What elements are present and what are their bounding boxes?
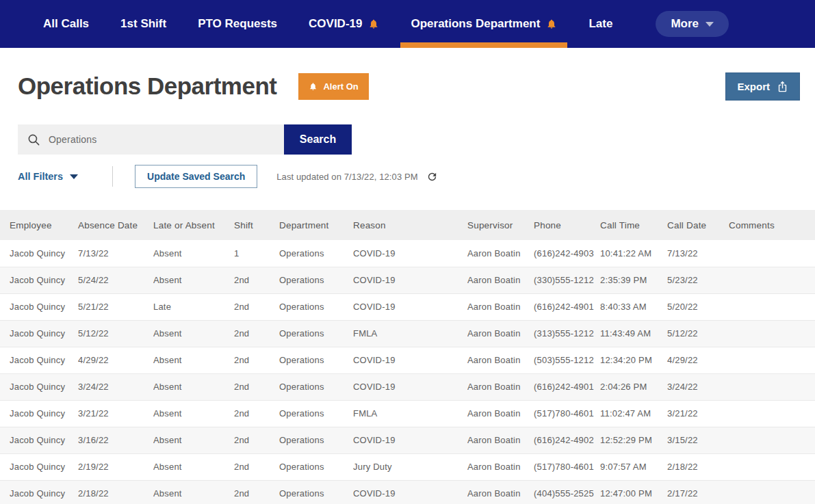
search-bar: Search <box>18 124 352 155</box>
update-saved-search-button[interactable]: Update Saved Search <box>135 165 257 188</box>
table-cell: Operations <box>279 320 353 347</box>
table-cell: Late <box>153 293 234 320</box>
absence-table: Employee Absence Date Late or Absent Shi… <box>0 210 815 504</box>
table-cell: 3/24/22 <box>78 373 153 400</box>
search-button[interactable]: Search <box>284 124 352 155</box>
table-cell: 2/17/22 <box>667 480 729 504</box>
column-header-late-or-absent: Late or Absent <box>153 210 234 240</box>
upload-icon <box>777 81 788 92</box>
table-cell: Aaron Boatin <box>467 320 534 347</box>
table-cell: 2nd <box>234 320 279 347</box>
all-filters-dropdown[interactable]: All Filters <box>18 171 78 182</box>
table-cell: Operations <box>279 400 353 427</box>
table-row: Jacob Quincy2/18/22Absent2ndOperationsCO… <box>0 480 815 504</box>
tab-1st-shift[interactable]: 1st Shift <box>110 0 177 48</box>
table-cell: 5/21/22 <box>78 293 153 320</box>
table-cell: 8:40:33 AM <box>600 293 667 320</box>
table-row: Jacob Quincy5/12/22Absent2ndOperationsFM… <box>0 320 815 347</box>
table-cell: (313)555-1212 <box>534 320 600 347</box>
table-cell: 2nd <box>234 400 279 427</box>
table-cell: 12:34:20 PM <box>600 347 667 373</box>
table-cell: Jacob Quincy <box>0 293 78 320</box>
table-cell: Aaron Boatin <box>467 293 534 320</box>
main-content: Operations Department Alert On Export Se… <box>0 70 815 504</box>
title-row: Operations Department Alert On Export <box>0 70 815 103</box>
table-cell: Operations <box>279 240 353 267</box>
table-cell: 2/18/22 <box>667 453 729 480</box>
table-row: Jacob Quincy3/24/22Absent2ndOperationsCO… <box>0 373 815 400</box>
table-cell: (517)780-4601 <box>534 400 600 427</box>
table-cell: Absent <box>153 480 234 504</box>
table-cell: 1 <box>234 240 279 267</box>
table-cell: 5/12/22 <box>667 320 729 347</box>
table-cell: 5/24/22 <box>78 267 153 293</box>
page-title: Operations Department <box>18 72 276 100</box>
table-cell: Absent <box>153 400 234 427</box>
table-cell: COVID-19 <box>353 240 467 267</box>
table-cell: 3/21/22 <box>78 400 153 427</box>
table-cell: 10:41:22 AM <box>600 240 667 267</box>
export-button[interactable]: Export <box>725 72 800 101</box>
table-cell <box>729 373 815 400</box>
table-cell: Jacob Quincy <box>0 480 78 504</box>
table-cell: 7/13/22 <box>667 240 729 267</box>
table-header: Employee Absence Date Late or Absent Shi… <box>0 210 815 240</box>
table-cell: Aaron Boatin <box>467 347 534 373</box>
table-cell: Jacob Quincy <box>0 453 78 480</box>
bell-icon <box>546 18 557 29</box>
table-cell <box>729 400 815 427</box>
vertical-divider <box>112 166 113 187</box>
table-cell <box>729 267 815 293</box>
table-cell: COVID-19 <box>353 427 467 453</box>
table-row: Jacob Quincy3/16/22Absent2ndOperationsCO… <box>0 427 815 453</box>
table-cell: Operations <box>279 453 353 480</box>
table-cell <box>729 427 815 453</box>
tab-operations-department[interactable]: Operations Department <box>400 0 567 48</box>
table-cell: (616)242-4901 <box>534 373 600 400</box>
table-cell: COVID-19 <box>353 293 467 320</box>
table-cell: 2/19/22 <box>78 453 153 480</box>
table-row: Jacob Quincy2/19/22Absent2ndOperationsJu… <box>0 453 815 480</box>
search-input[interactable] <box>49 134 274 145</box>
table-cell: 4/29/22 <box>78 347 153 373</box>
table-cell: Absent <box>153 267 234 293</box>
tab-late[interactable]: Late <box>578 0 623 48</box>
alert-on-badge[interactable]: Alert On <box>298 73 368 100</box>
table-cell <box>729 453 815 480</box>
table-cell: (503)555-1212 <box>534 347 600 373</box>
table-cell: (616)242-4903 <box>534 240 600 267</box>
table-cell: 3/16/22 <box>78 427 153 453</box>
refresh-icon[interactable] <box>426 171 438 183</box>
tab-label: PTO Requests <box>198 17 277 31</box>
search-input-wrap <box>18 124 284 155</box>
tab-label: COVID-19 <box>309 17 362 31</box>
tab-all-calls[interactable]: All Calls <box>33 0 99 48</box>
table-cell: 11:02:47 AM <box>600 400 667 427</box>
table-cell: 5/20/22 <box>667 293 729 320</box>
more-button[interactable]: More <box>656 11 729 37</box>
column-header-supervisor: Supervisor <box>467 210 534 240</box>
column-header-employee: Employee <box>0 210 78 240</box>
table-row: Jacob Quincy4/29/22Absent2ndOperationsCO… <box>0 347 815 373</box>
tab-label: 1st Shift <box>120 17 166 31</box>
chevron-down-icon <box>70 174 78 179</box>
table-cell: Absent <box>153 240 234 267</box>
table-cell: Aaron Boatin <box>467 373 534 400</box>
column-header-reason: Reason <box>353 210 467 240</box>
table-cell: Jacob Quincy <box>0 267 78 293</box>
tab-pto-requests[interactable]: PTO Requests <box>187 0 287 48</box>
table-cell: Absent <box>153 453 234 480</box>
search-icon <box>27 133 40 146</box>
table-cell: 9:07:57 AM <box>600 453 667 480</box>
table-cell: Jacob Quincy <box>0 400 78 427</box>
table-cell: COVID-19 <box>353 373 467 400</box>
column-header-shift: Shift <box>234 210 279 240</box>
column-header-department: Department <box>279 210 353 240</box>
top-nav: All Calls 1st Shift PTO Requests COVID-1… <box>0 0 815 48</box>
table-cell: COVID-19 <box>353 480 467 504</box>
tab-covid-19[interactable]: COVID-19 <box>298 0 389 48</box>
table-cell <box>729 320 815 347</box>
column-header-call-time: Call Time <box>600 210 667 240</box>
table-cell: Aaron Boatin <box>467 480 534 504</box>
filters-row: All Filters Update Saved Search Last upd… <box>18 165 815 187</box>
